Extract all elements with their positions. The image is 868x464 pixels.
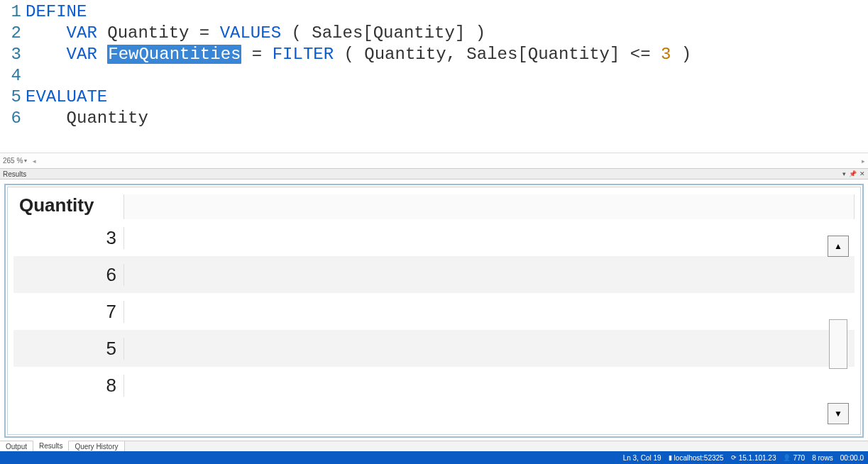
column-header-quantity[interactable]: Quantity	[13, 194, 124, 219]
scroll-thumb[interactable]	[829, 319, 847, 369]
results-panel-header: Results ▾ 📌 ✕	[0, 169, 868, 179]
bottom-tab-strip: Output Results Query History	[0, 441, 868, 451]
tab-results[interactable]: Results	[33, 441, 69, 451]
zoom-level[interactable]: 265 %	[3, 157, 23, 165]
code-line[interactable]: Quantity	[26, 108, 868, 129]
status-server: ▮localhost:52325	[669, 454, 724, 462]
scroll-up-icon[interactable]: ▲	[828, 236, 849, 257]
cell-quantity[interactable]: 7	[13, 301, 124, 323]
selected-text[interactable]: FewQuantities	[107, 45, 241, 64]
table-row[interactable]: 6	[13, 256, 855, 293]
editor-footer: 265 % ▾ ◂ ▸	[0, 153, 868, 168]
code-line[interactable]: DEFINE	[26, 1, 868, 23]
status-time: 00:00.0	[840, 454, 864, 462]
panel-menu-icon[interactable]: ▾	[842, 170, 846, 177]
cell-quantity[interactable]: 5	[13, 338, 124, 360]
code-editor-pane: 123456 DEFINE VAR Quantity = VALUES ( Sa…	[0, 0, 868, 169]
results-vscrollbar[interactable]: ▲ ▼	[828, 236, 849, 424]
code-line[interactable]: VAR FewQuantities = FILTER ( Quantity, S…	[26, 44, 868, 65]
status-version: ⟳15.1.101.23	[731, 454, 776, 462]
status-bar: Ln 3, Col 19 ▮localhost:52325 ⟳15.1.101.…	[0, 451, 868, 464]
status-spid: 👤770	[783, 454, 805, 462]
table-row[interactable]: 7	[13, 293, 855, 330]
status-cursor-position: Ln 3, Col 19	[623, 454, 661, 462]
table-row[interactable]: 5	[13, 330, 855, 367]
line-number: 3	[0, 44, 26, 65]
cell-quantity[interactable]: 8	[13, 375, 124, 397]
table-row[interactable]: 3	[13, 219, 855, 256]
zoom-dropdown-icon[interactable]: ▾	[24, 158, 27, 164]
cell-quantity[interactable]: 3	[13, 227, 124, 249]
tab-output[interactable]: Output	[0, 441, 33, 451]
line-number: 1	[0, 1, 26, 23]
results-pane: Quantity 36758 ▲ ▼	[0, 179, 868, 441]
line-number: 2	[0, 23, 26, 44]
version-icon: ⟳	[731, 454, 737, 461]
line-number-gutter: 123456	[0, 0, 26, 153]
scroll-down-icon[interactable]: ▼	[828, 403, 849, 424]
tab-query-history[interactable]: Query History	[69, 441, 124, 451]
hscroll-left-icon[interactable]: ◂	[33, 158, 36, 165]
panel-pin-icon[interactable]: 📌	[849, 170, 857, 177]
line-number: 6	[0, 108, 26, 129]
line-number: 5	[0, 87, 26, 108]
code-line[interactable]	[26, 65, 868, 87]
panel-close-icon[interactable]: ✕	[859, 170, 865, 177]
user-icon: 👤	[783, 454, 791, 461]
status-rows: 8 rows	[812, 454, 833, 462]
cell-quantity[interactable]: 6	[13, 264, 124, 286]
code-line[interactable]: VAR Quantity = VALUES ( Sales[Quantity] …	[26, 23, 868, 44]
hscroll-right-icon[interactable]: ▸	[862, 158, 865, 165]
table-row[interactable]: 8	[13, 367, 855, 404]
results-grid: Quantity 36758	[13, 194, 855, 404]
server-icon: ▮	[669, 454, 672, 461]
results-panel-title: Results	[3, 170, 26, 178]
code-area[interactable]: DEFINE VAR Quantity = VALUES ( Sales[Qua…	[26, 0, 868, 153]
line-number: 4	[0, 65, 26, 87]
code-line[interactable]: EVALUATE	[26, 87, 868, 108]
